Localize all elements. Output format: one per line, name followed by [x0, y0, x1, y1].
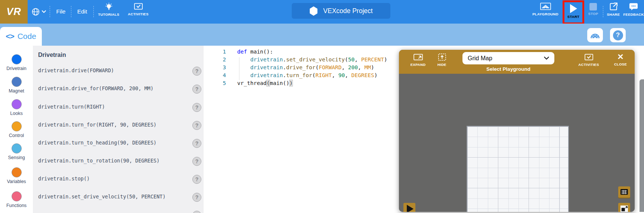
tutorials-button[interactable]: TUTORIALS	[97, 2, 120, 21]
menu-file[interactable]: File	[52, 5, 70, 18]
command-text[interactable]: drivetrain.turn_for(RIGHT, 90, DEGREES)	[38, 122, 157, 128]
code-line: 2 drivetrain.set_drive_velocity(50, PERC…	[204, 57, 399, 64]
command-help-button[interactable]: ?	[192, 211, 201, 213]
code-line: 4 drivetrain.turn_for(RIGHT, 90, DEGREES…	[204, 72, 399, 80]
sidebar-item-sensing[interactable]: Sensing	[0, 143, 33, 160]
code-token: )	[371, 64, 374, 70]
playground-icon	[540, 2, 551, 11]
line-number: 4	[204, 72, 226, 78]
category-label: Control	[9, 133, 24, 138]
command-text[interactable]: drivetrain.stop()	[38, 176, 90, 182]
command-row: drivetrain.drive_for(FORWARD, 200, MM)?	[33, 85, 204, 94]
command-text[interactable]: drivetrain.turn(RIGHT)	[38, 104, 105, 110]
sidebar-item-magnet[interactable]: Magnet	[0, 77, 33, 94]
code-token: .	[283, 57, 286, 63]
code-token: )	[384, 57, 387, 63]
line-number: 2	[204, 57, 226, 63]
dashboard-gauge-button[interactable]	[587, 28, 603, 42]
command-help-button[interactable]: ?	[192, 157, 201, 166]
command-row-partial: ?	[33, 211, 204, 213]
language-menu[interactable]	[28, 5, 49, 18]
code-token: (	[345, 57, 348, 63]
command-help-button[interactable]: ?	[192, 85, 201, 94]
playground-label: PLAYGROUND	[532, 12, 558, 16]
expand-icon	[413, 53, 423, 61]
command-text[interactable]: drivetrain.drive_for(FORWARD, 200, MM)	[38, 85, 154, 91]
code-token: main()	[270, 80, 289, 86]
playground-activities-label: ACTIVITIES	[578, 63, 599, 67]
command-text[interactable]: drivetrain.turn_to_rotation(90, DEGREES)	[38, 158, 160, 164]
command-text[interactable]: drivetrain.drive(FORWARD)	[38, 67, 114, 73]
command-row: drivetrain.turn(RIGHT)?	[33, 103, 204, 112]
command-help-button[interactable]: ?	[192, 193, 201, 202]
sidebar-item-control[interactable]: Control	[0, 121, 33, 138]
code-token: drivetrain	[250, 72, 283, 78]
code-token: (	[316, 64, 319, 70]
code-token: ,	[341, 64, 348, 70]
playground-activities-button[interactable]: ACTIVITIES	[577, 53, 601, 67]
code-token: drive_for	[286, 64, 316, 70]
menu-edit[interactable]: Edit	[72, 5, 92, 18]
command-help-button[interactable]: ?	[192, 121, 201, 130]
code-token: RIGHT	[316, 72, 332, 78]
playground-run-button[interactable]	[403, 203, 415, 212]
code-token: vr_thread	[237, 80, 267, 86]
command-text[interactable]: drivetrain.set_drive_velocity(50, PERCEN…	[38, 194, 165, 200]
tab-code[interactable]: <> Code	[0, 27, 42, 46]
command-row: drivetrain.turn_for(RIGHT, 90, DEGREES)?	[33, 121, 204, 130]
activities-icon	[583, 53, 594, 61]
activities-button[interactable]: ACTIVITIES	[126, 2, 150, 21]
command-row: drivetrain.drive(FORWARD)?	[33, 67, 204, 76]
sidebar-item-variables[interactable]: Variables	[0, 167, 33, 184]
line-number: 5	[204, 80, 226, 86]
grid-map[interactable]	[467, 126, 569, 212]
indent-guide	[239, 57, 239, 80]
category-circle-icon	[12, 121, 22, 131]
sidebar-item-functions[interactable]: Functions	[0, 191, 33, 208]
vr-logo[interactable]: VR	[0, 0, 28, 24]
code-token: .	[283, 72, 286, 78]
category-label: Drivetrain	[6, 66, 27, 71]
menubar-divider	[71, 6, 71, 17]
hide-button[interactable]: HIDE	[433, 53, 451, 67]
category-circle-icon	[12, 191, 22, 201]
code-token: DEGREES	[352, 72, 374, 78]
command-row: drivetrain.stop()?	[33, 175, 204, 184]
category-circle-icon	[12, 99, 22, 109]
command-help-button[interactable]: ?	[192, 67, 201, 76]
run-play-icon	[407, 205, 414, 212]
code-line: 5vr_thread(main())	[204, 80, 399, 88]
playground-button[interactable]: PLAYGROUND	[530, 2, 560, 21]
code-editor[interactable]: 1def main():2 drivetrain.set_drive_veloc…	[204, 46, 399, 213]
close-icon: ✕	[617, 53, 624, 61]
expand-button[interactable]: EXPAND	[407, 53, 429, 67]
feedback-icon	[629, 2, 638, 11]
help-button[interactable]: ?	[610, 28, 626, 42]
feedback-button[interactable]: FEEDBACK	[623, 2, 644, 21]
command-help-button[interactable]: ?	[192, 139, 201, 148]
command-list-panel: Drivetrain drivetrain.drive(FORWARD)?dri…	[33, 46, 204, 213]
share-button[interactable]: SHARE	[604, 2, 623, 21]
code-brackets-icon: <>	[6, 32, 14, 41]
robot-position-button[interactable]	[618, 203, 630, 212]
code-token: ,	[358, 64, 364, 70]
command-text[interactable]: drivetrain.turn_to_heading(90, DEGREES)	[38, 140, 157, 146]
sensor-values-toggle-button[interactable]	[618, 186, 630, 198]
sidebar-item-drivetrain[interactable]: Drivetrain	[0, 54, 33, 71]
stop-label: STOP	[588, 12, 598, 16]
start-button-highlight[interactable]: START	[563, 0, 584, 24]
code-content: drivetrain.set_drive_velocity(50, PERCEN…	[237, 57, 387, 63]
vexcode-vr-app: { "colors": { "top_bar_blue": "#2e89e6",…	[0, 0, 644, 213]
code-token: )	[290, 80, 293, 86]
project-title-button[interactable]: VEXcode Project	[292, 3, 390, 19]
code-toolbar: <> Code ?	[0, 24, 644, 46]
top-menu-bar: VR File Edit TUTORIALS ACTIVITIES VEXcod…	[0, 0, 644, 24]
sidebar-item-looks[interactable]: Looks	[0, 99, 33, 116]
playground-select-dropdown[interactable]: Grid Map	[462, 52, 554, 64]
command-help-button[interactable]: ?	[192, 103, 201, 112]
command-row: drivetrain.set_drive_velocity(50, PERCEN…	[33, 193, 204, 202]
line-number: 3	[204, 64, 226, 70]
category-circle-icon	[12, 167, 22, 177]
command-help-button[interactable]: ?	[192, 175, 201, 184]
close-button[interactable]: ✕ CLOSE	[611, 53, 630, 66]
